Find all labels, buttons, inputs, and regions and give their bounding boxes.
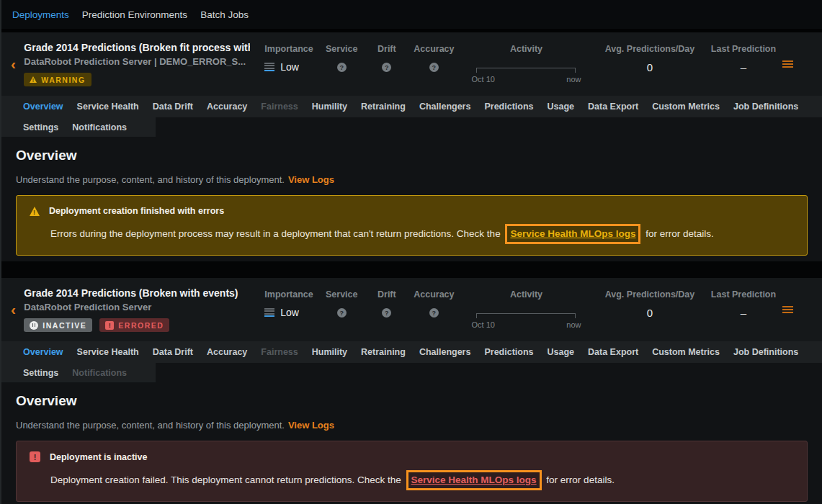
tab-predictions[interactable]: Predictions — [484, 102, 533, 112]
tab-retraining[interactable]: Retraining — [361, 102, 406, 112]
tab-humility[interactable]: Humility — [312, 102, 347, 112]
inactive-badge-label: INACTIVE — [43, 321, 86, 330]
tab-usage[interactable]: Usage — [548, 102, 575, 112]
overview-description: Understand the purpose, content, and his… — [16, 420, 285, 431]
predictions-columns: Avg. Predictions/Day 0 Last Prediction – — [595, 42, 782, 73]
service-health-mlops-logs-link[interactable]: Service Health MLOps logs — [411, 474, 537, 485]
service-help-icon[interactable]: ? — [337, 63, 347, 72]
panel-divider — [1, 261, 822, 278]
tab-retraining[interactable]: Retraining — [361, 347, 406, 357]
importance-column: Importance Low — [250, 42, 317, 73]
nav-item-prediction-environments[interactable]: Prediction Environments — [82, 9, 187, 20]
tab-custom-metrics[interactable]: Custom Metrics — [652, 347, 720, 357]
service-column: Service ? — [318, 42, 366, 73]
deployment-subtitle: DataRobot Prediction Server — [24, 302, 250, 313]
nav-item-batch-jobs[interactable]: Batch Jobs — [200, 9, 249, 20]
tab-settings[interactable]: Settings — [23, 122, 58, 132]
tab-data-drift[interactable]: Data Drift — [153, 347, 193, 357]
drift-help-icon[interactable]: ? — [382, 308, 391, 318]
accuracy-help-icon[interactable]: ? — [429, 308, 439, 318]
service-health-mlops-logs-link[interactable]: Service Health MLOps logs — [510, 228, 635, 239]
error-banner: ! Deployment is inactive Deployment crea… — [16, 441, 808, 502]
deployment-header: ‹ Grade 2014 Predictions (Broken with ev… — [1, 278, 822, 341]
deployment-title-block: Grade 2014 Predictions (Broken fit proce… — [24, 42, 250, 86]
tab-usage[interactable]: Usage — [548, 347, 575, 357]
highlight-box: Service Health MLOps logs — [406, 470, 542, 490]
tab-data-export[interactable]: Data Export — [588, 347, 638, 357]
deployment-title-block: Grade 2014 Predictions (Broken with even… — [24, 287, 250, 332]
tab-data-export[interactable]: Data Export — [588, 102, 638, 112]
accuracy-help-icon[interactable]: ? — [429, 63, 439, 72]
tab-job-definitions[interactable]: Job Definitions — [733, 347, 798, 357]
tab-notifications[interactable]: Notifications — [72, 122, 127, 132]
importance-label: Importance — [264, 287, 317, 302]
tab-notifications: Notifications — [72, 368, 127, 378]
accuracy-label: Accuracy — [408, 42, 460, 56]
tab-challengers[interactable]: Challengers — [419, 102, 471, 112]
activity-start-label: Oct 10 — [471, 320, 494, 329]
back-chevron-icon[interactable]: ‹ — [1, 58, 24, 71]
banner-title: Deployment is inactive — [50, 452, 147, 462]
tab-fairness: Fairness — [261, 347, 298, 357]
view-logs-link[interactable]: View Logs — [288, 420, 334, 431]
deployment-subtitle: DataRobot Prediction Server | DEMO_ERROR… — [24, 56, 250, 68]
avg-predictions-value: 0 — [595, 307, 705, 319]
error-exclamation-icon: ! — [105, 321, 114, 330]
tab-custom-metrics[interactable]: Custom Metrics — [652, 102, 720, 112]
overview-heading: Overview — [16, 147, 808, 163]
tab-accuracy[interactable]: Accuracy — [207, 102, 247, 112]
tab-job-definitions[interactable]: Job Definitions — [733, 102, 798, 112]
tab-predictions[interactable]: Predictions — [484, 347, 533, 357]
accuracy-column: Accuracy ? — [408, 42, 460, 73]
service-label: Service — [318, 287, 366, 302]
accuracy-label: Accuracy — [408, 287, 460, 302]
activity-column: Activity Oct 10 now — [460, 287, 592, 329]
view-logs-link[interactable]: View Logs — [288, 174, 334, 185]
tab-overview[interactable]: Overview — [23, 102, 63, 112]
tab-strip: Overview Service Health Data Drift Accur… — [1, 96, 822, 137]
avg-predictions-label: Avg. Predictions/Day — [595, 287, 705, 302]
error-exclamation-icon: ! — [30, 451, 40, 462]
overview-content: Overview Understand the purpose, content… — [1, 137, 822, 261]
banner-body-suffix: for error details. — [645, 228, 714, 239]
avg-predictions-label: Avg. Predictions/Day — [595, 42, 705, 56]
accuracy-column: Accuracy ? — [408, 287, 460, 318]
activity-start-label: Oct 10 — [471, 75, 494, 84]
back-chevron-icon[interactable]: ‹ — [1, 303, 24, 316]
tab-humility[interactable]: Humility — [312, 347, 347, 357]
highlight-box: Service Health MLOps logs — [505, 224, 640, 244]
deployment-header: ‹ Grade 2014 Predictions (Broken fit pro… — [1, 32, 822, 96]
service-column: Service ? — [318, 287, 366, 318]
importance-value[interactable]: Low — [264, 307, 317, 318]
deployment-panel-warning: ‹ Grade 2014 Predictions (Broken fit pro… — [1, 32, 822, 261]
actions-menu-icon[interactable] — [782, 305, 793, 315]
tab-accuracy[interactable]: Accuracy — [207, 347, 247, 357]
tab-service-health[interactable]: Service Health — [77, 102, 139, 112]
drift-label: Drift — [366, 287, 408, 302]
tab-service-health[interactable]: Service Health — [77, 347, 139, 357]
actions-menu-icon[interactable] — [782, 59, 793, 69]
importance-column: Importance Low — [250, 287, 317, 318]
drift-column: Drift ? — [366, 287, 408, 318]
banner-body-prefix: Errors during the deployment process may… — [50, 228, 501, 239]
activity-end-label: now — [566, 75, 581, 84]
warning-triangle-icon — [30, 207, 40, 216]
importance-value[interactable]: Low — [264, 61, 317, 73]
tab-overview[interactable]: Overview — [23, 347, 63, 357]
deployment-title: Grade 2014 Predictions (Broken with even… — [24, 287, 250, 300]
tab-data-drift[interactable]: Data Drift — [153, 102, 193, 112]
service-help-icon[interactable]: ? — [337, 308, 347, 318]
importance-low-icon — [264, 307, 274, 318]
banner-body-suffix: for error details. — [546, 474, 615, 485]
tab-challengers[interactable]: Challengers — [419, 347, 471, 357]
last-prediction-label: Last Prediction — [705, 287, 782, 302]
importance-low-icon — [264, 61, 274, 73]
tab-settings[interactable]: Settings — [23, 368, 58, 378]
deployment-panel-errored: ‹ Grade 2014 Predictions (Broken with ev… — [1, 278, 822, 504]
predictions-columns: Avg. Predictions/Day 0 Last Prediction – — [595, 287, 782, 319]
drift-help-icon[interactable]: ? — [382, 63, 391, 72]
warning-status-badge: WARNING — [24, 73, 91, 86]
inactive-status-badge: INACTIVE — [24, 318, 92, 332]
drift-column: Drift ? — [366, 42, 408, 73]
nav-item-deployments[interactable]: Deployments — [12, 9, 69, 20]
